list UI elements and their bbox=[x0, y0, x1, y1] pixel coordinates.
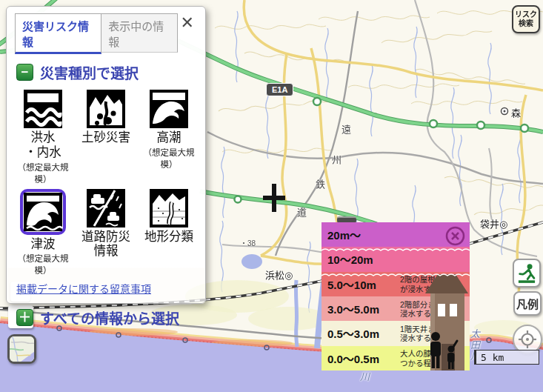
city-symbol: ◎ bbox=[499, 219, 507, 230]
running-person-icon bbox=[516, 263, 537, 284]
tab-displayed-info[interactable]: 表示中の情報 bbox=[101, 13, 177, 53]
town-symbols bbox=[502, 108, 508, 115]
disaster-risk-panel: 災害リスク情報 表示中の情報 ✕ − 災害種別で選択 洪水 ・内水 （想定最大規… bbox=[6, 6, 206, 304]
town-label-fukuroi: 袋井◎ bbox=[480, 216, 507, 230]
hazard-tsunami[interactable]: 津波 （想定最大規模） bbox=[13, 186, 73, 276]
expand-plus-icon[interactable]: ＋ bbox=[16, 309, 33, 326]
legend-row: 0.5〜3.0m 1階天井まで 浸水する程度 bbox=[322, 321, 470, 345]
overview-map-button[interactable] bbox=[7, 334, 36, 364]
hazard-storm-surge[interactable]: 高潮 （想定最大規模） bbox=[139, 87, 199, 185]
legend-row: 5.0〜10m 2階の屋根以上 が浸水する bbox=[322, 272, 470, 296]
hazard-landslide[interactable]: 土砂災害 bbox=[76, 87, 136, 185]
storm-surge-icon bbox=[150, 90, 188, 128]
section-title: 災害種別で選択 bbox=[40, 62, 139, 82]
panel-tabbar: 災害リスク情報 表示中の情報 ✕ bbox=[15, 13, 197, 54]
city-symbol: ◎ bbox=[284, 270, 293, 281]
evacuation-site-button[interactable] bbox=[513, 259, 541, 288]
section-select-by-type[interactable]: − 災害種別で選択 bbox=[16, 62, 196, 82]
railway-name-char: 鉄 bbox=[316, 176, 325, 190]
spot-elevation-label: ・38 bbox=[240, 237, 256, 248]
tab-disaster-risk-info[interactable]: 災害リスク情報 bbox=[15, 13, 101, 54]
landslide-icon bbox=[87, 90, 125, 128]
hazard-flood[interactable]: 洪水 ・内水 （想定最大規模） bbox=[13, 87, 73, 185]
map-scale-bar: 5 km bbox=[474, 350, 539, 365]
tsunami-depth-legend: 20m〜 10〜20m 5.0〜10m 2階の屋根以上 が浸水する 3.0〜5.… bbox=[322, 222, 470, 371]
legend-row: 10〜20m bbox=[322, 247, 470, 271]
legend-close-button[interactable] bbox=[445, 226, 465, 246]
landform-icon bbox=[150, 189, 188, 227]
collapse-minus-icon[interactable]: − bbox=[16, 64, 33, 81]
railway-name-char: 遠 bbox=[342, 122, 351, 136]
lake bbox=[241, 254, 262, 269]
map-center-crosshair-icon bbox=[263, 184, 285, 212]
minimap-icon bbox=[10, 336, 34, 362]
gps-crosshair-icon bbox=[518, 330, 537, 349]
hazard-road[interactable]: 道路防災 情報 bbox=[76, 186, 136, 276]
legend-toggle-button[interactable]: 凡例 bbox=[513, 291, 542, 316]
data-disclaimer-link[interactable]: 掲載データに関する留意事項 bbox=[16, 281, 151, 296]
legend-row: 0.0〜0.5m 大人の膝まで つかる程度 bbox=[322, 346, 470, 371]
hazard-landform[interactable]: 地形分類 bbox=[139, 186, 199, 276]
hazard-map-app: E1A 森 袋井◎ 浜松◎ 遠 州 鉄 道 太田川 天竜川 ・38 + 災害リス… bbox=[0, 0, 543, 392]
road-shield-e1a: E1A bbox=[266, 83, 293, 96]
railway-name-char: 州 bbox=[332, 152, 342, 166]
risk-search-button[interactable]: リスク 検索 bbox=[512, 5, 540, 33]
section-title: すべての情報から選択 bbox=[40, 308, 179, 328]
close-icon bbox=[445, 226, 465, 246]
railway-name-char: 道 bbox=[297, 205, 307, 219]
section-select-from-all[interactable]: ＋ すべての情報から選択 bbox=[16, 308, 196, 328]
legend-row: 3.0〜5.0m 2階部分まで 浸水する程度 bbox=[322, 296, 470, 321]
road-hazard-icon bbox=[87, 189, 125, 227]
town-label-hamamatsu: 浜松◎ bbox=[265, 268, 293, 282]
tsunami-icon bbox=[20, 189, 66, 235]
hazard-type-grid: 洪水 ・内水 （想定最大規模） 土砂災害 bbox=[15, 87, 197, 276]
panel-close-icon[interactable]: ✕ bbox=[178, 13, 197, 33]
flood-icon bbox=[24, 90, 62, 128]
town-label-mori: 森 bbox=[511, 105, 521, 119]
